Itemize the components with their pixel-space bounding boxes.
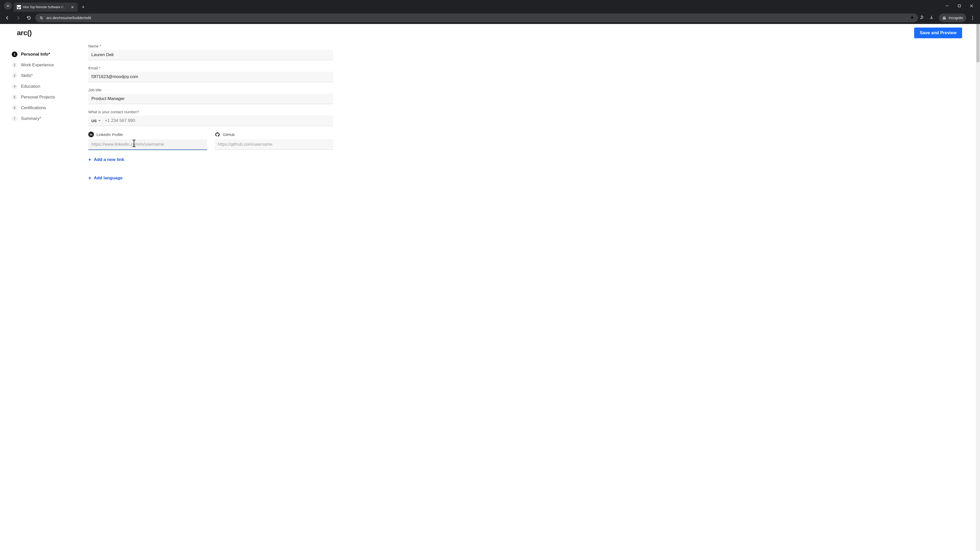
contact-label: What is your contact number? — [88, 110, 333, 114]
maximize-icon — [958, 4, 961, 8]
svg-rect-1 — [958, 5, 961, 7]
step-number: 5 — [12, 94, 18, 100]
add-link-button[interactable]: + Add a new link — [88, 156, 124, 164]
field-email: Email * — [88, 66, 333, 82]
field-name: Name * — [88, 44, 333, 60]
incognito-icon — [942, 16, 947, 20]
step-work-experience[interactable]: 2 Work Experience — [12, 60, 83, 70]
minimize-icon — [945, 4, 949, 8]
bookmark-button[interactable] — [910, 15, 915, 21]
name-input[interactable] — [88, 50, 333, 60]
step-label: Certifications — [21, 105, 46, 110]
step-summary[interactable]: 7 Summary* — [12, 113, 83, 124]
step-label: Personal Projects — [21, 95, 55, 100]
github-input[interactable] — [215, 139, 333, 150]
step-number: 3 — [12, 73, 18, 79]
social-links-row: in LinkedIn Profile GitHub — [88, 132, 333, 150]
linkedin-label: LinkedIn Profile — [97, 132, 123, 137]
url-text: arc.dev/resume/builder/edit — [46, 16, 907, 20]
svg-point-5 — [41, 17, 41, 17]
reload-button[interactable] — [24, 14, 33, 22]
incognito-indicator[interactable]: Incognito — [939, 14, 966, 22]
add-language-button[interactable]: + Add language — [88, 174, 123, 182]
step-label: Work Experience — [21, 62, 54, 68]
svg-point-7 — [41, 18, 42, 19]
step-number: 4 — [12, 84, 18, 89]
linkedin-icon: in — [88, 132, 94, 137]
kebab-icon — [970, 16, 975, 20]
svg-point-8 — [943, 18, 944, 20]
personal-info-form: Name * Email * Job title What is your co… — [83, 42, 339, 192]
browser-menu-button[interactable] — [968, 14, 977, 22]
page-header: arc() Save and Preview — [0, 24, 980, 42]
jobtitle-input[interactable] — [88, 94, 333, 104]
country-code-dropdown[interactable]: US — [88, 116, 103, 125]
tab-search-button[interactable] — [4, 2, 12, 10]
save-preview-button[interactable]: Save and Preview — [914, 27, 962, 38]
github-label: GitHub — [223, 132, 235, 137]
scrollbar-thumb[interactable] — [977, 24, 980, 62]
svg-point-13 — [972, 19, 973, 20]
downloads-button[interactable] — [929, 15, 934, 21]
tab-title: Hire Top Remote Software Deve — [23, 5, 68, 9]
arrow-left-icon — [5, 16, 10, 20]
arc-logo[interactable]: arc() — [17, 29, 32, 37]
svg-point-11 — [972, 16, 973, 17]
tab-close-button[interactable]: ✕ — [70, 5, 75, 9]
step-education[interactable]: 4 Education — [12, 81, 83, 92]
plus-icon: + — [88, 157, 91, 162]
incognito-label: Incognito — [948, 16, 963, 20]
maximize-button[interactable] — [956, 2, 963, 10]
step-number: 7 — [12, 116, 18, 121]
step-number: 1 — [12, 52, 18, 57]
country-code-value: US — [91, 119, 97, 123]
svg-point-9 — [945, 18, 946, 20]
browser-chrome: Hire Top Remote Software Deve ✕ + — [0, 0, 980, 24]
forward-button[interactable] — [14, 14, 22, 22]
arrow-right-icon — [16, 16, 21, 20]
address-bar[interactable]: arc.dev/resume/builder/edit — [35, 14, 918, 22]
field-linkedin: in LinkedIn Profile — [88, 132, 207, 150]
browser-toolbar: arc.dev/resume/builder/edit Incognito — [0, 12, 980, 24]
reload-icon — [27, 16, 31, 20]
field-github: GitHub — [215, 132, 333, 150]
email-input[interactable] — [88, 72, 333, 82]
step-certifications[interactable]: 6 Certifications — [12, 103, 83, 113]
vertical-scrollbar[interactable] — [976, 24, 980, 551]
close-window-button[interactable] — [968, 2, 975, 10]
step-personal-info[interactable]: 1 Personal Info* — [12, 49, 83, 60]
puzzle-icon — [920, 15, 924, 20]
add-language-label: Add language — [94, 176, 123, 181]
field-jobtitle: Job title — [88, 88, 333, 104]
phone-input[interactable] — [103, 116, 333, 126]
svg-point-12 — [972, 17, 973, 18]
window-controls — [943, 2, 980, 10]
back-button[interactable] — [3, 14, 12, 22]
step-label: Skills* — [21, 73, 33, 78]
name-label: Name * — [88, 44, 333, 48]
email-label: Email * — [88, 66, 333, 70]
step-personal-projects[interactable]: 5 Personal Projects — [12, 92, 83, 103]
new-tab-button[interactable]: + — [80, 3, 87, 11]
browser-tab[interactable]: Hire Top Remote Software Deve ✕ — [14, 3, 78, 12]
site-favicon — [17, 5, 21, 9]
jobtitle-label: Job title — [88, 88, 333, 92]
page-viewport: arc() Save and Preview 1 Personal Info* … — [0, 24, 980, 551]
toolbar-actions — [920, 15, 935, 21]
add-link-label: Add a new link — [94, 157, 124, 162]
download-icon — [929, 15, 934, 20]
site-info-button[interactable] — [39, 15, 44, 21]
step-label: Summary* — [21, 116, 41, 121]
step-skills[interactable]: 3 Skills* — [12, 70, 83, 81]
minimize-button[interactable] — [943, 2, 951, 10]
step-label: Personal Info* — [21, 52, 50, 57]
resume-steps-nav: 1 Personal Info* 2 Work Experience 3 Ski… — [12, 42, 83, 124]
star-icon — [910, 15, 915, 20]
extensions-button[interactable] — [920, 15, 924, 21]
step-number: 6 — [12, 105, 18, 111]
browser-titlebar: Hire Top Remote Software Deve ✕ + — [0, 0, 980, 12]
linkedin-input[interactable] — [88, 139, 207, 150]
chevron-down-icon — [6, 4, 10, 7]
tune-icon — [39, 16, 43, 20]
plus-icon: + — [88, 176, 91, 181]
